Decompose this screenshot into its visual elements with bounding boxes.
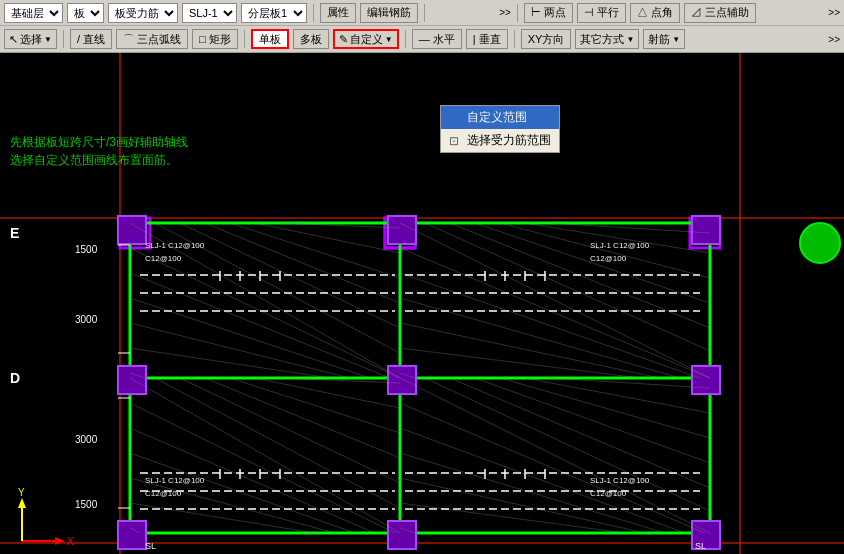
more-btn3[interactable]: >> — [828, 34, 840, 45]
annotation-text: 先根据板短跨尺寸/3画好辅助轴线 选择自定义范围画线布置面筋。 — [10, 133, 188, 169]
svg-text:3000: 3000 — [75, 314, 98, 325]
select-chevron: ▼ — [44, 35, 52, 44]
custom-range-item[interactable]: ▣ 自定义范围 — [441, 106, 559, 129]
xy-dir-btn[interactable]: XY方向 — [521, 29, 572, 49]
svg-text:1500: 1500 — [75, 499, 98, 510]
svg-rect-15 — [118, 366, 146, 394]
svg-text:SLJ-1 C12@100: SLJ-1 C12@100 — [590, 241, 650, 250]
cursor-icon: ↖ — [9, 33, 18, 46]
svg-text:SLJ-1 C12@100: SLJ-1 C12@100 — [590, 476, 650, 485]
custom-icon: ✎ — [339, 33, 348, 46]
slab-select[interactable]: SLJ-1 — [182, 3, 237, 23]
svg-rect-18 — [118, 521, 146, 549]
custom-dropdown: ▣ 自定义范围 ⊡ 选择受力筋范围 — [440, 105, 560, 153]
other-chevron: ▼ — [626, 35, 634, 44]
board-select[interactable]: 板 — [67, 3, 104, 23]
svg-text:C12@100: C12@100 — [590, 489, 627, 498]
sep2 — [424, 4, 425, 22]
svg-text:3000: 3000 — [75, 434, 98, 445]
edit-rebar-btn[interactable]: 编辑钢筋 — [360, 3, 418, 23]
svg-text:SLJ-1 C12@100: SLJ-1 C12@100 — [145, 241, 205, 250]
line-icon: / — [77, 33, 80, 45]
svg-rect-19 — [388, 521, 416, 549]
custom-btn[interactable]: ✎ 自定义 ▼ — [333, 29, 399, 49]
parallel-icon: ⊣ — [584, 6, 594, 18]
property-btn[interactable]: 属性 — [320, 3, 356, 23]
single-board-btn[interactable]: 单板 — [251, 29, 289, 49]
annotation-line2: 选择自定义范围画线布置面筋。 — [10, 151, 188, 169]
annotation-line1: 先根据板短跨尺寸/3画好辅助轴线 — [10, 133, 188, 151]
toolbar-row2: ↖ 选择 ▼ / 直线 ⌒ 三点弧线 □ 矩形 单板 多板 ✎ 自定义 ▼ — … — [0, 26, 844, 52]
three-point-icon: ⊿ — [691, 6, 702, 18]
sep7 — [514, 30, 515, 48]
svg-point-121 — [800, 223, 840, 263]
svg-text:X: X — [67, 536, 74, 547]
select-range-icon: ⊡ — [449, 134, 463, 148]
select-label: 选择 — [20, 32, 42, 47]
more-btn1[interactable]: >> — [499, 7, 511, 18]
sep4 — [63, 30, 64, 48]
svg-rect-13 — [388, 216, 416, 244]
custom-range-icon: ▣ — [449, 111, 463, 125]
vertical-btn[interactable]: | 垂直 — [466, 29, 508, 49]
svg-text:1500: 1500 — [75, 244, 98, 255]
rebar-type-select[interactable]: 板受力筋 — [108, 3, 178, 23]
svg-text:C12@100: C12@100 — [145, 489, 182, 498]
svg-text:SLJ-1 C12@100: SLJ-1 C12@100 — [145, 476, 205, 485]
svg-text:C12@100: C12@100 — [590, 254, 627, 263]
three-point-btn[interactable]: ⊿ 三点辅助 — [684, 3, 756, 23]
radial-chevron: ▼ — [672, 35, 680, 44]
svg-rect-16 — [388, 366, 416, 394]
horiz-icon: — — [419, 33, 430, 45]
cad-canvas-area[interactable]: 1500 3000 3000 1500 E D SL SL SLJ-1 C12@… — [0, 53, 844, 554]
two-point-btn[interactable]: ⊢ 两点 — [524, 3, 573, 23]
svg-rect-0 — [0, 53, 844, 554]
sep5 — [244, 30, 245, 48]
horizontal-btn[interactable]: — 水平 — [412, 29, 462, 49]
rect-btn[interactable]: □ 矩形 — [192, 29, 238, 49]
select-force-range-label: 选择受力筋范围 — [467, 132, 551, 149]
svg-rect-14 — [692, 216, 720, 244]
point-angle-btn[interactable]: △ 点角 — [630, 3, 680, 23]
vert-icon: | — [473, 33, 476, 45]
sep6 — [405, 30, 406, 48]
sep1 — [313, 4, 314, 22]
sep3 — [517, 4, 518, 22]
svg-text:SL: SL — [145, 541, 156, 551]
layer-select[interactable]: 基础层 — [4, 3, 63, 23]
multi-board-btn[interactable]: 多板 — [293, 29, 329, 49]
svg-text:C12@100: C12@100 — [145, 254, 182, 263]
angle-icon: △ — [637, 6, 648, 18]
parallel-btn[interactable]: ⊣ 平行 — [577, 3, 626, 23]
svg-text:Y: Y — [18, 487, 25, 498]
cad-svg: 1500 3000 3000 1500 E D SL SL SLJ-1 C12@… — [0, 53, 844, 554]
rect-icon: □ — [199, 33, 206, 45]
two-point-icon: ⊢ — [531, 6, 541, 18]
other-btn[interactable]: 其它方式 ▼ — [575, 29, 639, 49]
other-label: 其它方式 — [580, 32, 624, 47]
custom-range-label: 自定义范围 — [467, 109, 527, 126]
custom-label: 自定义 — [350, 32, 383, 47]
svg-rect-17 — [692, 366, 720, 394]
radial-btn[interactable]: 射筋 ▼ — [643, 29, 685, 49]
more-btn2[interactable]: >> — [828, 7, 840, 18]
select-btn[interactable]: ↖ 选择 ▼ — [4, 29, 57, 49]
layer-board-select[interactable]: 分层板1 — [241, 3, 307, 23]
select-force-range-item[interactable]: ⊡ 选择受力筋范围 — [441, 129, 559, 152]
custom-chevron: ▼ — [385, 35, 393, 44]
svg-text:E: E — [10, 225, 19, 241]
svg-text:SL: SL — [695, 541, 706, 551]
toolbar-row1: 基础层 板 板受力筋 SLJ-1 分层板1 属性 编辑钢筋 >> ⊢ 两点 ⊣ … — [0, 0, 844, 26]
line-btn[interactable]: / 直线 — [70, 29, 112, 49]
arc-icon: ⌒ — [123, 33, 134, 45]
radial-label: 射筋 — [648, 32, 670, 47]
arc-btn[interactable]: ⌒ 三点弧线 — [116, 29, 188, 49]
svg-text:D: D — [10, 370, 20, 386]
